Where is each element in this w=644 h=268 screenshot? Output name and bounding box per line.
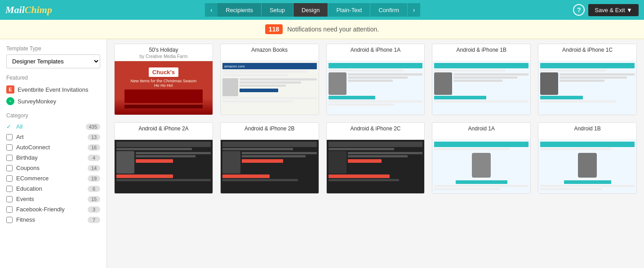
template-subtitle-6 [221,133,319,139]
featured-item-eventbrite[interactable]: E Eventbrite Event Invitations [6,84,100,95]
category-name-autoconnect: AutoConnect [16,144,84,151]
nav-next-button[interactable]: › [408,3,420,17]
category-count-education: 6 [88,186,100,192]
template-card-8[interactable]: Android 1A [432,122,531,194]
template-card-2[interactable]: Android & iPhone 1A [326,44,425,115]
template-card-4[interactable]: Android & iPhone 1C [538,44,637,115]
surveymonkey-label: SurveyMonkey [18,98,56,105]
content-area: 50's Holiday by Creative Media Farm Chuc… [107,39,644,268]
template-preview-8 [432,139,530,193]
notification-badge: 118 [265,24,283,34]
template-card-6[interactable]: Android & iPhone 2B [220,122,319,194]
category-name-art: Art [16,134,84,140]
nav-step-design[interactable]: Design [293,3,328,17]
save-exit-button[interactable]: Save & Exit ▼ [588,4,639,16]
template-preview-2 [327,61,425,115]
sidebar: Template Type Designer Templates Basic T… [0,39,107,268]
template-preview-5 [115,139,213,193]
template-card-7[interactable]: Android & iPhone 2C [326,122,425,194]
template-card-9[interactable]: Android 1B [538,122,637,194]
template-title-5: Android & iPhone 2A [115,123,213,133]
category-name-ecommerce: ECommerce [16,175,84,182]
eventbrite-icon: E [6,85,14,94]
template-preview-0: Chuck's New Items for the Christmas Seas… [115,61,213,115]
template-title-3: Android & iPhone 1B [432,44,530,54]
template-title-1: Amazon Books [221,44,319,54]
nav-step-setup[interactable]: Setup [262,3,293,17]
category-item-all[interactable]: ✓ All 435 [6,121,100,132]
category-name-education: Education [16,185,84,192]
category-checkbox-education[interactable] [6,186,13,192]
template-type-select[interactable]: Designer Templates Basic Templates Theme… [6,54,100,68]
category-item-facebook[interactable]: Facebook-Friendly 3 [6,204,100,214]
template-card-0[interactable]: 50's Holiday by Creative Media Farm Chuc… [114,44,213,115]
featured-item-surveymonkey[interactable]: ~ SurveyMonkey [6,95,100,107]
template-type-label: Template Type [6,45,100,52]
category-item-autoconnect[interactable]: AutoConnect 16 [6,142,100,152]
category-item-coupons[interactable]: Coupons 14 [6,163,100,173]
surveymonkey-icon: ~ [6,97,14,105]
nav-right-actions: ? Save & Exit ▼ [573,4,639,16]
category-checkbox-ecommerce[interactable] [6,175,13,182]
template-title-9: Android 1B [538,123,636,133]
top-navigation: MailChimp ‹ Recipients Setup Design Plai… [0,0,644,20]
nav-step-recipients[interactable]: Recipients [218,3,262,17]
category-item-birthday[interactable]: Birthday 4 [6,152,100,163]
category-count-events: 15 [88,196,100,202]
category-checkbox-fitness[interactable] [6,217,13,223]
category-label: Category [6,112,100,119]
template-subtitle-4 [538,54,636,61]
category-checkbox-art[interactable] [6,134,13,140]
category-count-fitness: 7 [88,217,100,223]
template-subtitle-0: by Creative Media Farm [115,54,213,61]
template-preview-4 [538,61,636,115]
check-icon: ✓ [6,124,13,130]
category-count-birthday: 4 [88,155,100,161]
featured-label: Featured [6,75,100,81]
template-card-3[interactable]: Android & iPhone 1B [432,44,531,115]
template-card-1[interactable]: Amazon Books amazon.com [220,44,319,115]
template-subtitle-2 [327,54,425,61]
template-preview-6 [221,139,319,193]
category-item-ecommerce[interactable]: ECommerce 19 [6,173,100,183]
template-title-7: Android & iPhone 2C [327,123,425,133]
eventbrite-label: Eventbrite Event Invitations [18,86,89,93]
template-preview-7 [327,139,425,193]
notification-bar: 118 Notifications need your attention. [0,20,644,39]
template-preview-3 [432,61,530,115]
category-count-autoconnect: 16 [88,144,100,151]
template-title-4: Android & iPhone 1C [538,44,636,54]
category-checkbox-facebook[interactable] [6,206,13,213]
category-item-events[interactable]: Events 15 [6,194,100,204]
template-preview-9 [538,139,636,193]
mailchimp-logo: MailChimp [5,4,52,16]
category-checkbox-coupons[interactable] [6,165,13,171]
help-button[interactable]: ? [573,4,585,16]
category-name-facebook: Facebook-Friendly [16,206,84,213]
category-item-art[interactable]: Art 13 [6,132,100,142]
notification-message: Notifications need your attention. [287,26,379,33]
category-count-all: 435 [86,124,100,130]
nav-step-plaintext[interactable]: Plain-Text [328,3,370,17]
template-title-8: Android 1A [432,123,530,133]
nav-steps: ‹ Recipients Setup Design Plain-Text Con… [205,3,420,17]
category-item-education[interactable]: Education 6 [6,183,100,194]
template-card-5[interactable]: Android & iPhone 2A [114,122,213,194]
nav-step-confirm[interactable]: Confirm [370,3,408,17]
nav-prev-button[interactable]: ‹ [205,3,218,17]
category-count-art: 13 [88,134,100,140]
template-grid: 50's Holiday by Creative Media Farm Chuc… [114,44,637,194]
category-item-fitness[interactable]: Fitness 7 [6,214,100,225]
main-layout: Template Type Designer Templates Basic T… [0,39,644,268]
category-checkbox-autoconnect[interactable] [6,144,13,151]
template-subtitle-9 [538,133,636,139]
category-count-facebook: 3 [88,206,100,213]
template-preview-1: amazon.com [221,61,319,115]
category-name-fitness: Fitness [16,216,84,223]
category-name-birthday: Birthday [16,154,84,161]
template-subtitle-8 [432,133,530,139]
category-name-coupons: Coupons [16,165,84,171]
category-name-events: Events [16,196,84,202]
category-checkbox-events[interactable] [6,196,13,202]
category-checkbox-birthday[interactable] [6,155,13,161]
